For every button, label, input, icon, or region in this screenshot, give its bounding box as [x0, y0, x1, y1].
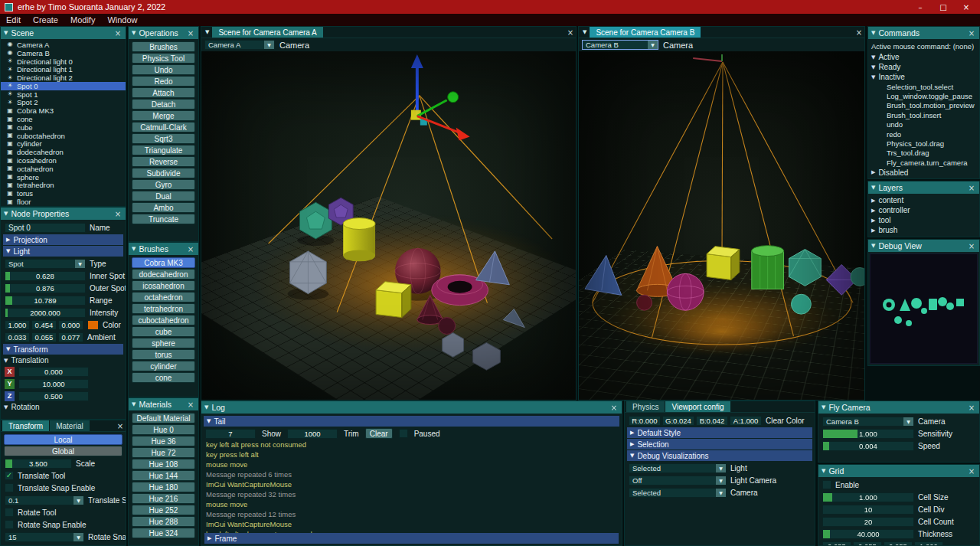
close-icon[interactable]: ×: [565, 28, 576, 37]
material-button[interactable]: Hue 72: [132, 447, 195, 458]
debug-view-header[interactable]: ▼ Debug View ×: [868, 240, 979, 252]
scene-item[interactable]: ▣ sphere: [1, 173, 126, 181]
close-icon[interactable]: ×: [967, 404, 976, 412]
brush-button[interactable]: sphere: [132, 338, 195, 348]
ambient-component-field[interactable]: 0.033: [5, 332, 30, 342]
collapse-arrow-icon[interactable]: ▼: [132, 246, 136, 252]
grid-enable-checkbox[interactable]: [822, 480, 831, 489]
operation-button[interactable]: Truncate: [132, 214, 195, 224]
scene-item[interactable]: ▣ cuboctahedron: [1, 132, 126, 140]
material-button[interactable]: Hue 288: [132, 516, 195, 527]
light-section-header[interactable]: ▼ Light: [3, 246, 123, 257]
operation-button[interactable]: Reverse: [132, 156, 195, 167]
material-button[interactable]: Hue 324: [132, 528, 195, 538]
tail-section-header[interactable]: ▼ Tail: [204, 416, 619, 427]
grid-param-slider[interactable]: 1.000: [822, 492, 914, 502]
light-param-slider[interactable]: 0.876: [5, 283, 86, 293]
log-header[interactable]: ▼ Log ×: [201, 401, 622, 414]
brush-button[interactable]: torus: [132, 349, 195, 360]
close-icon[interactable]: ×: [115, 422, 126, 430]
grid-param-slider[interactable]: 20: [822, 517, 914, 527]
operation-button[interactable]: Triangulate: [132, 145, 195, 155]
operation-button[interactable]: Brushes: [132, 41, 195, 52]
collapse-arrow-icon[interactable]: ▼: [871, 243, 875, 249]
default-style-header[interactable]: ▶ Default Style: [627, 427, 812, 438]
collapse-arrow-icon[interactable]: ▼: [871, 30, 875, 36]
command-item[interactable]: Brush_tool.insert: [868, 110, 979, 119]
translation-axis-field[interactable]: 0.000: [18, 367, 89, 377]
sensitivity-slider[interactable]: 1.000: [822, 429, 914, 439]
menu-item[interactable]: Modify: [64, 14, 101, 26]
grid-color-component-field[interactable]: 0.055: [822, 541, 851, 546]
camera-combo[interactable]: Camera B ▼: [582, 40, 658, 50]
scene-item[interactable]: ◉ Camera A: [1, 41, 126, 49]
operation-button[interactable]: Undo: [132, 64, 195, 75]
brushes-header[interactable]: ▼ Brushes ×: [129, 243, 198, 255]
collapse-arrow-icon[interactable]: ▼: [204, 404, 208, 410]
clear-color-component-field[interactable]: A:1.000: [730, 416, 762, 426]
tab-transform[interactable]: Transform: [2, 420, 49, 431]
collapse-arrow-icon[interactable]: ▼: [822, 404, 825, 410]
scene-item[interactable]: ▣ icosahedron: [1, 156, 126, 165]
command-item[interactable]: undo: [868, 120, 979, 129]
command-group[interactable]: ▼ Active: [868, 52, 979, 62]
maximize-button[interactable]: □: [934, 3, 952, 11]
scene-item[interactable]: ☀ Spot 1: [1, 90, 126, 99]
operation-button[interactable]: Catmull-Clark: [132, 122, 195, 132]
menu-item[interactable]: Window: [101, 14, 143, 26]
operation-button[interactable]: Subdivide: [132, 168, 195, 178]
scene-item[interactable]: ▣ cylinder: [1, 140, 126, 149]
close-icon[interactable]: ×: [186, 245, 195, 253]
commands-header[interactable]: ▼ Commands ×: [868, 27, 979, 39]
light-param-slider[interactable]: 10.789: [5, 296, 86, 306]
scene-item[interactable]: ☀ Directional light 0: [1, 57, 126, 66]
paused-checkbox[interactable]: [399, 429, 408, 438]
transform-section-header[interactable]: ▼ Transform: [3, 344, 123, 355]
scene-item[interactable]: ▣ Cobra MK3: [1, 106, 126, 115]
scene-item[interactable]: ▣ octahedron: [1, 165, 126, 173]
brush-button[interactable]: Cobra MK3: [132, 257, 195, 268]
translate-snap-enable-checkbox[interactable]: [5, 483, 14, 492]
materials-header[interactable]: ▼ Materials ×: [129, 398, 198, 410]
window-close-button[interactable]: ×: [957, 3, 975, 11]
scene-item[interactable]: ☀ Directional light 1: [1, 65, 126, 74]
collapse-arrow-icon[interactable]: ▼: [822, 468, 825, 474]
brush-button[interactable]: cube: [132, 326, 195, 337]
visualization-combo[interactable]: Selected ▼: [629, 463, 727, 473]
name-field[interactable]: Spot 0: [5, 223, 86, 233]
color-component-field[interactable]: 1.000: [5, 320, 30, 330]
local-button[interactable]: Local: [4, 434, 122, 445]
global-button[interactable]: Global: [4, 446, 122, 456]
clear-color-component-field[interactable]: R:0.000: [629, 416, 661, 426]
window-menu-icon[interactable]: ▼: [203, 29, 211, 35]
rotate-tool-checkbox[interactable]: [5, 508, 14, 517]
color-component-field[interactable]: 0.000: [58, 320, 83, 330]
grid-param-slider[interactable]: 10: [822, 505, 914, 515]
clear-button[interactable]: Clear: [365, 428, 393, 439]
grid-color-component-field[interactable]: 0.055: [853, 541, 882, 546]
layer-item[interactable]: ▶ controller: [868, 205, 979, 215]
operation-button[interactable]: Sqrt3: [132, 133, 195, 144]
ambient-component-field[interactable]: 0.055: [31, 332, 57, 342]
brush-button[interactable]: cuboctahedron: [132, 315, 195, 325]
translation-tree-node[interactable]: ▼ Translation: [1, 355, 126, 365]
material-button[interactable]: Hue 36: [132, 436, 195, 446]
layer-item[interactable]: ▶ brush: [868, 225, 979, 235]
window-titlebar[interactable]: erhe by Timo Suoranta January 2, 2022 – …: [0, 0, 980, 14]
trim-count-field[interactable]: 1000: [287, 429, 338, 439]
menu-item[interactable]: Edit: [0, 14, 27, 26]
viewport-a-canvas[interactable]: [201, 51, 576, 400]
command-item[interactable]: Selection_tool.select: [868, 82, 979, 91]
close-icon[interactable]: ×: [967, 242, 976, 250]
scene-item[interactable]: ▣ floor: [1, 198, 126, 206]
scene-item[interactable]: ☀ Spot 2: [1, 99, 126, 107]
scene-item[interactable]: ▣ cone: [1, 115, 126, 123]
material-button[interactable]: Hue 144: [132, 470, 195, 481]
light-type-combo[interactable]: Spot ▼: [5, 259, 86, 269]
scene-item[interactable]: ▣ tetrahedron: [1, 181, 126, 190]
operation-button[interactable]: Attach: [132, 87, 195, 98]
scene-item[interactable]: ▣ dodecahedron: [1, 148, 126, 156]
collapse-arrow-icon[interactable]: ▼: [4, 30, 8, 36]
collapse-arrow-icon[interactable]: ▼: [871, 185, 875, 191]
light-color-swatch[interactable]: [87, 320, 99, 330]
